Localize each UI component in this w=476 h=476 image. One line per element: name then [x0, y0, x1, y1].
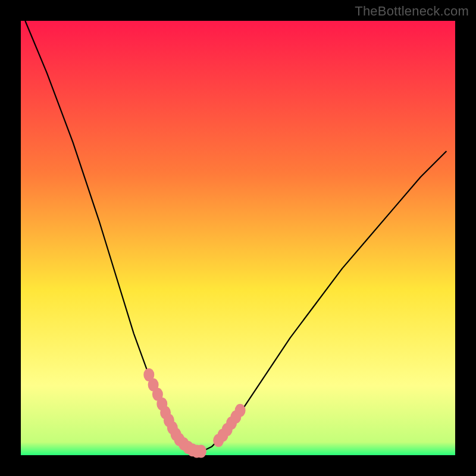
- bottleneck-chart: [0, 0, 476, 476]
- chart-frame: { "watermark": "TheBottleneck.com", "col…: [0, 0, 476, 476]
- curve-marker: [235, 404, 246, 417]
- watermark-text: TheBottleneck.com: [355, 4, 469, 19]
- plot-background: [21, 21, 455, 455]
- curve-marker: [196, 444, 206, 458]
